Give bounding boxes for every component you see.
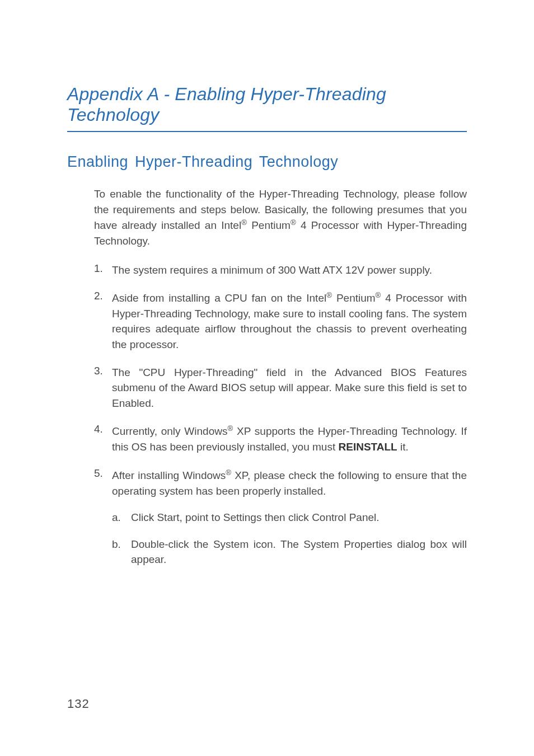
step-body: After installing Windows® XP, please che… [112, 467, 467, 579]
step-item: 4.Currently, only Windows® XP supports t… [94, 423, 467, 454]
registered-mark: ® [241, 218, 247, 227]
appendix-title: Appendix A - Enabling Hyper-Threading Te… [67, 84, 467, 132]
registered-mark: ® [326, 291, 332, 299]
substep-item: b.Double-click the System icon. The Syst… [112, 537, 467, 567]
step-text: The "CPU Hyper-Threading" field in the A… [112, 367, 467, 409]
registered-mark: ® [376, 291, 381, 299]
substep-text: Double-click the System icon. The System… [131, 537, 467, 567]
step-number: 1. [94, 262, 112, 278]
section-title: Enabling Hyper-Threading Technology [67, 153, 467, 171]
step-body: Aside from installing a CPU fan on the I… [112, 290, 467, 353]
step-number: 5. [94, 467, 112, 579]
registered-mark: ® [227, 424, 233, 433]
step-text: Aside from installing a CPU fan on the I… [112, 292, 326, 304]
step-number: 3. [94, 365, 112, 411]
substep-item: a.Click Start, point to Settings then cl… [112, 510, 467, 525]
steps-list: 1.The system requires a minimum of 300 W… [94, 262, 467, 579]
registered-mark: ® [291, 218, 296, 227]
step-text: After installing Windows [112, 469, 226, 481]
bold-text: REINSTALL [338, 441, 397, 453]
step-text: The system requires a minimum of 300 Wat… [112, 264, 432, 276]
substeps-list: a.Click Start, point to Settings then cl… [112, 510, 467, 567]
substep-letter: a. [112, 510, 131, 525]
page-number: 132 [67, 697, 90, 711]
step-number: 2. [94, 290, 112, 353]
step-body: Currently, only Windows® XP supports the… [112, 423, 467, 454]
step-item: 5.After installing Windows® XP, please c… [94, 467, 467, 579]
substep-letter: b. [112, 537, 131, 567]
registered-mark: ® [226, 468, 231, 477]
step-text: Pentium [332, 292, 376, 304]
step-item: 1.The system requires a minimum of 300 W… [94, 262, 467, 278]
step-number: 4. [94, 423, 112, 454]
substep-text: Click Start, point to Settings then clic… [131, 510, 467, 525]
step-text: it. [397, 441, 409, 453]
step-text: Currently, only Windows [112, 426, 227, 438]
step-body: The "CPU Hyper-Threading" field in the A… [112, 365, 467, 411]
intro-text-2: Pentium [247, 219, 291, 231]
intro-paragraph: To enable the functionality of the Hyper… [94, 186, 467, 249]
step-item: 3.The "CPU Hyper-Threading" field in the… [94, 365, 467, 411]
step-body: The system requires a minimum of 300 Wat… [112, 262, 467, 278]
document-page: Appendix A - Enabling Hyper-Threading Te… [0, 0, 534, 579]
step-item: 2.Aside from installing a CPU fan on the… [94, 290, 467, 353]
